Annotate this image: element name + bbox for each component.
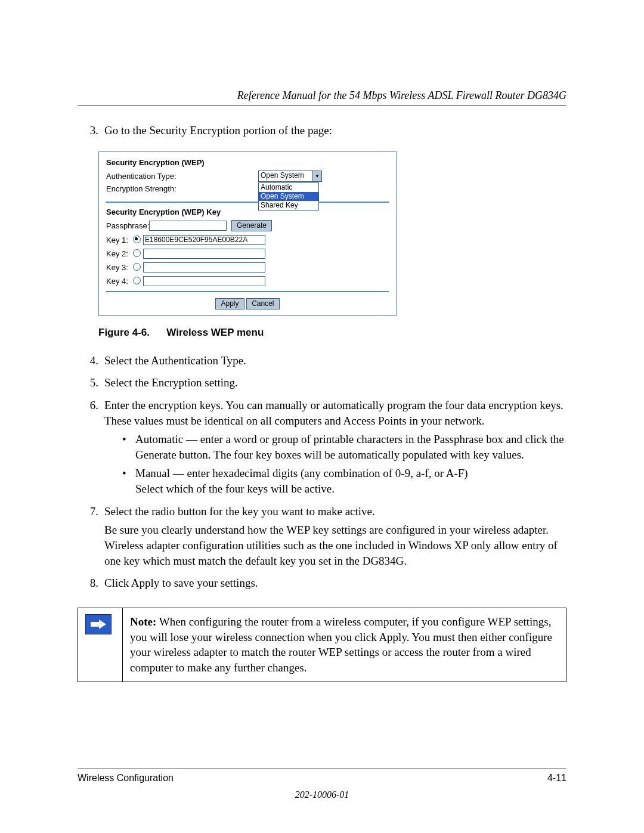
footer-rule xyxy=(78,769,566,769)
wep-section-title: Security Encryption (WEP) xyxy=(106,158,389,167)
step-3-number: 3. xyxy=(78,123,104,142)
generate-button[interactable]: Generate xyxy=(231,220,272,231)
key1-input[interactable] xyxy=(143,235,265,245)
key2-radio[interactable] xyxy=(133,249,141,257)
figure-caption-prefix: Figure 4-6. xyxy=(98,327,150,338)
footer-page-number: 4-11 xyxy=(547,773,566,784)
step-5-number: 5. xyxy=(78,375,104,394)
section-separator-2 xyxy=(106,291,389,292)
figure-caption-text: Wireless WEP menu xyxy=(166,327,264,338)
wep-screenshot: Security Encryption (WEP) Authentication… xyxy=(98,151,397,316)
key2-input[interactable] xyxy=(143,249,265,259)
step-8-text: Click Apply to save your settings. xyxy=(104,575,566,591)
key3-input[interactable] xyxy=(143,262,265,272)
header-rule xyxy=(78,106,566,106)
note-box: Note: When configuring the router from a… xyxy=(78,608,566,682)
step-5-text: Select the Encryption setting. xyxy=(104,375,566,391)
auth-type-label: Authentication Type: xyxy=(106,172,258,181)
step-4-text: Select the Authentication Type. xyxy=(104,353,566,368)
bullet-icon: • xyxy=(122,432,135,462)
step-3-text: Go to the Security Encryption portion of… xyxy=(104,123,566,138)
key3-label: Key 3: xyxy=(106,263,133,272)
step-6-bullet-2b: Select which of the four keys will be ac… xyxy=(135,482,335,495)
enc-strength-label: Encryption Strength: xyxy=(106,184,258,193)
key3-radio[interactable] xyxy=(133,263,141,271)
arrow-right-icon xyxy=(85,614,112,634)
key1-radio[interactable] xyxy=(133,236,141,243)
key2-label: Key 2: xyxy=(106,249,133,258)
enc-option-automatic[interactable]: Automatic xyxy=(259,183,318,192)
auth-type-dropdown[interactable]: Open System ▼ xyxy=(258,171,322,182)
cancel-button[interactable]: Cancel xyxy=(246,298,279,309)
footer-section: Wireless Configuration xyxy=(78,773,174,784)
step-6-bullet-1: Automatic — enter a word or group of pri… xyxy=(135,432,566,462)
enc-option-open-system[interactable]: Open System xyxy=(259,192,318,201)
enc-strength-menu[interactable]: Automatic Open System Shared Key xyxy=(258,182,319,210)
step-8-number: 8. xyxy=(78,575,104,594)
page-header-title: Reference Manual for the 54 Mbps Wireles… xyxy=(78,89,566,102)
chevron-down-icon: ▼ xyxy=(312,171,321,181)
step-7-text-2: Be sure you clearly understand how the W… xyxy=(104,522,566,568)
passphrase-label: Passphrase: xyxy=(106,221,149,230)
step-6-bullet-2a: Manual — enter hexadecimal digits (any c… xyxy=(135,467,468,479)
section-separator xyxy=(106,202,389,203)
auth-type-value: Open System xyxy=(259,171,312,181)
passphrase-input[interactable] xyxy=(149,221,227,231)
step-6-text: Enter the encryption keys. You can manua… xyxy=(104,398,566,428)
key4-label: Key 4: xyxy=(106,277,133,286)
step-7-text-1: Select the radio button for the key you … xyxy=(104,504,566,519)
enc-option-shared-key[interactable]: Shared Key xyxy=(259,201,318,210)
apply-button[interactable]: Apply xyxy=(215,298,244,309)
footer-doc-number: 202-10006-01 xyxy=(78,789,566,800)
key1-label: Key 1: xyxy=(106,236,133,244)
key4-radio[interactable] xyxy=(133,277,141,284)
step-7-number: 7. xyxy=(78,504,104,572)
key4-input[interactable] xyxy=(143,276,265,286)
wep-key-title: Security Encryption (WEP) Key xyxy=(106,208,389,216)
note-text: When configuring the router from a wirel… xyxy=(130,615,552,674)
step-6-number: 6. xyxy=(78,398,104,500)
step-4-number: 4. xyxy=(78,353,104,372)
bullet-icon: • xyxy=(122,466,135,496)
note-label: Note: xyxy=(130,615,156,628)
